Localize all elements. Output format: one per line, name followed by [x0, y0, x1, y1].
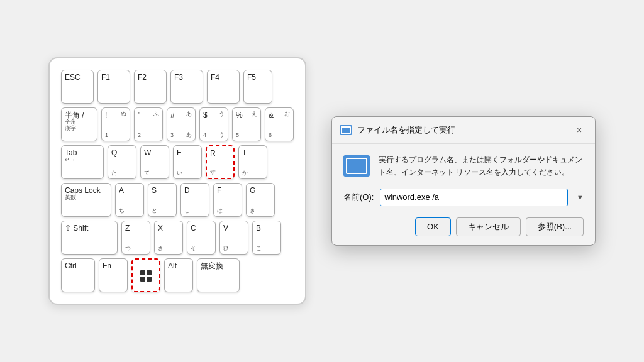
key-1[interactable]: ! ぬ 1	[101, 107, 130, 141]
windows-icon	[140, 270, 152, 282]
key-f-sub: は	[217, 208, 223, 214]
key-v[interactable]: V ひ	[219, 221, 248, 255]
key-t-sub: か	[242, 170, 248, 177]
dialog-title-text: ファイル名を指定して実行	[357, 124, 566, 136]
dialog-input-row: 名前(O): ▼	[343, 189, 584, 206]
key-alt-label: Alt	[168, 261, 177, 270]
key-1-sub: 1	[105, 133, 108, 139]
key-f3-label: F3	[174, 73, 183, 82]
key-fn[interactable]: Fn	[99, 258, 128, 292]
key-q-sub: た	[111, 170, 117, 177]
key-d-sub: し	[184, 208, 190, 214]
key-f4[interactable]: F4	[207, 70, 240, 104]
key-a-sub: ち	[119, 208, 125, 214]
key-3-top: あ	[186, 110, 192, 118]
key-3-sub: 3	[170, 133, 174, 139]
key-e-main: E	[177, 148, 182, 157]
dialog-content-row: 実行するプログラム名、または開くフォルダーやドキュメント名、インターネット リソ…	[343, 154, 584, 178]
key-r-main: R	[210, 149, 216, 158]
key-4-top: う	[219, 110, 225, 118]
key-row-5: ⇧ Shift Z つ X さ C そ V ひ	[61, 221, 294, 255]
key-row-4: Caps Lock 英数 A ち S と D し F _	[61, 183, 294, 217]
key-e[interactable]: E い	[173, 145, 202, 179]
key-e-sub: い	[177, 170, 182, 177]
key-z-sub: つ	[125, 246, 131, 252]
key-f1-label: F1	[101, 73, 110, 82]
key-5[interactable]: % え 5	[232, 107, 261, 141]
key-x-main: X	[158, 224, 163, 233]
key-6[interactable]: & お 6	[265, 107, 294, 141]
key-fn-label: Fn	[103, 261, 111, 270]
dialog-ok-button[interactable]: OK	[415, 217, 451, 236]
key-f1[interactable]: F1	[97, 70, 130, 104]
key-q[interactable]: Q た	[108, 145, 136, 179]
key-2-top: ふ	[153, 110, 159, 118]
key-shift-left[interactable]: ⇧ Shift	[61, 221, 118, 255]
key-q-main: Q	[111, 148, 117, 157]
dialog-button-row: OK キャンセル 参照(B)...	[343, 217, 584, 236]
key-s[interactable]: S と	[148, 183, 177, 217]
key-1-top: ぬ	[121, 110, 126, 118]
key-w-sub: て	[144, 170, 150, 177]
dialog-cancel-button[interactable]: キャンセル	[456, 217, 521, 236]
key-5-sub: 5	[236, 133, 239, 139]
key-muhenkan[interactable]: 無変換	[197, 258, 240, 292]
dialog-close-button[interactable]: ×	[571, 122, 587, 138]
dialog-command-input[interactable]	[380, 189, 568, 206]
key-f[interactable]: F _ は	[213, 183, 242, 217]
key-esc[interactable]: ESC	[61, 70, 94, 104]
key-win[interactable]	[131, 258, 160, 292]
dialog-description-text: 実行するプログラム名、または開くフォルダーやドキュメント名、インターネット リソ…	[379, 154, 584, 178]
key-row-1: ESC F1 F2 F3 F4 F5	[61, 70, 294, 104]
key-f2[interactable]: F2	[134, 70, 167, 104]
key-tab-label: Tab	[65, 148, 77, 157]
dialog-browse-button[interactable]: 参照(B)...	[526, 217, 584, 236]
key-r[interactable]: R す	[206, 145, 235, 179]
key-z-main: Z	[125, 224, 130, 233]
key-a[interactable]: A ち	[115, 183, 144, 217]
key-f5[interactable]: F5	[243, 70, 272, 104]
key-2-main: "	[138, 111, 140, 119]
dialog-input-label: 名前(O):	[343, 192, 374, 203]
dialog-body: 実行するプログラム名、または開くフォルダーやドキュメント名、インターネット リソ…	[332, 144, 595, 244]
key-tab[interactable]: Tab ↵→	[61, 145, 104, 179]
key-3-main: #	[170, 111, 175, 119]
key-2-sub: 2	[138, 133, 141, 139]
key-r-sub: す	[210, 170, 216, 176]
key-2[interactable]: " ふ 2	[134, 107, 163, 141]
key-3[interactable]: # あ 3 あ	[167, 107, 196, 141]
key-4[interactable]: $ う 4 う	[199, 107, 228, 141]
key-f3[interactable]: F3	[170, 70, 203, 104]
key-capslock-sub: 英数	[65, 195, 76, 201]
key-hankaku-label: 半角 /	[65, 111, 84, 119]
key-hankaku-sub: 全角漢字	[65, 119, 76, 132]
key-capslock[interactable]: Caps Lock 英数	[61, 183, 111, 217]
key-d[interactable]: D し	[180, 183, 209, 217]
key-t[interactable]: T か	[238, 145, 267, 179]
key-shift-label: ⇧ Shift	[65, 224, 88, 233]
key-6-sub: 6	[269, 133, 272, 139]
key-b[interactable]: B こ	[252, 221, 281, 255]
dialog-run-icon	[343, 155, 370, 177]
key-c-main: C	[191, 224, 196, 233]
key-esc-label: ESC	[65, 73, 80, 82]
key-v-main: V	[223, 224, 228, 233]
key-t-main: T	[242, 148, 247, 157]
key-x-sub: さ	[158, 246, 164, 252]
key-alt[interactable]: Alt	[164, 258, 193, 292]
key-w[interactable]: W て	[140, 145, 169, 179]
key-ctrl[interactable]: Ctrl	[61, 258, 95, 292]
key-f2-label: F2	[138, 73, 147, 82]
key-x[interactable]: X さ	[154, 221, 183, 255]
dialog-title-icon	[340, 125, 352, 135]
key-b-sub: こ	[256, 246, 262, 252]
key-1-main: !	[105, 111, 107, 119]
dialog-titlebar: ファイル名を指定して実行 ×	[332, 117, 595, 144]
key-g[interactable]: G き	[246, 183, 275, 217]
key-f-br: _	[235, 208, 238, 214]
key-z[interactable]: Z つ	[121, 221, 150, 255]
key-hankaku[interactable]: 半角 / 全角漢字	[61, 107, 97, 141]
run-dialog: ファイル名を指定して実行 × 実行するプログラム名、または開くフォルダーやドキュ…	[331, 116, 596, 245]
key-c[interactable]: C そ	[187, 221, 216, 255]
key-5-top: え	[252, 110, 257, 118]
